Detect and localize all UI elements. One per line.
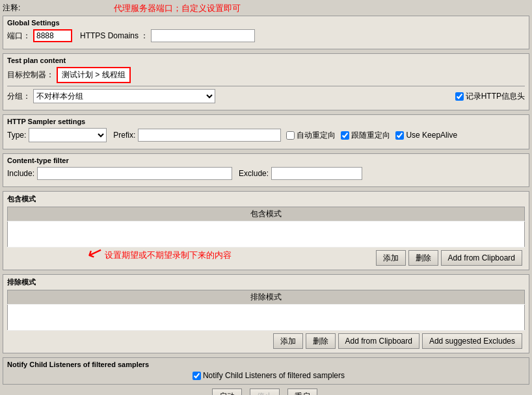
note-label: 注释: [3,3,20,14]
include-pattern-header: 包含模式 [8,207,525,222]
follow-redirect-checkbox[interactable] [341,131,349,140]
https-domains-input[interactable] [151,29,255,42]
exclude-clipboard-button[interactable]: Add from Clipboard [338,333,419,349]
include-pattern-section: 包含模式 包含模式 添加 删除 Add from Clipboard [3,191,529,270]
start-button[interactable]: 启动 [212,389,242,395]
global-settings-section: Global Settings 端口： HTTPS Domains ： [3,16,529,49]
content-filter-title: Content-type filter [7,157,525,164]
type-label: Type: [7,131,26,140]
auto-redirect-label[interactable]: 自动重定向 [286,130,336,141]
reset-button[interactable]: 重启 [287,389,317,395]
http-sampler-title: HTTP Sampler settings [7,118,525,125]
target-label: 目标控制器： [7,70,54,81]
http-sampler-section: HTTP Sampler settings Type: Prefix: 自动重定… [3,114,529,149]
target-value: 测试计划 > 线程组 [57,67,131,83]
notify-section: Notify Child Listeners of filtered sampl… [3,357,529,385]
proxy-annotation: 代理服务器端口；自定义设置即可 [114,3,241,14]
include-delete-button[interactable]: 删除 [408,250,438,266]
include-pattern-table: 包含模式 [7,207,525,248]
exclude-add-button[interactable]: 添加 [273,333,303,349]
notify-checkbox-label[interactable]: Notify Child Listeners of filtered sampl… [193,371,345,380]
follow-redirect-label[interactable]: 跟随重定向 [341,130,390,141]
port-label: 端口： [7,31,31,42]
stop-button[interactable]: 停止 [250,389,280,395]
global-settings-title: Global Settings [7,19,525,27]
content-filter-section: Content-type filter Include: Exclude: [3,153,529,187]
record-checkbox-label[interactable]: 记录HTTP信息头 [455,91,525,102]
https-label: HTTPS Domains ： [80,31,148,42]
exclude-pattern-row [8,305,525,331]
bottom-buttons: 启动 停止 重启 [3,389,529,395]
include-clipboard-button[interactable]: Add from Clipboard [441,250,522,266]
type-select[interactable] [29,128,107,142]
record-checkbox[interactable] [455,92,464,101]
notify-checkbox[interactable] [193,372,201,380]
group-select[interactable]: 不对样本分组 在各组间添加隔离器 每个组放入一个控制器 只存储第一个样本 [33,89,215,103]
notify-title: Notify Child Listeners of filtered sampl… [7,361,525,368]
test-plan-title: Test plan content [7,57,525,64]
exclude-pattern-title: 排除模式 [7,277,525,287]
exclude-suggested-button[interactable]: Add suggested Excludes [422,333,522,349]
test-plan-section: Test plan content 目标控制器： 测试计划 > 线程组 分组： … [3,53,529,110]
exclude-pattern-table: 排除模式 [7,290,525,331]
exclude-delete-button[interactable]: 删除 [306,333,336,349]
prefix-input[interactable] [138,129,281,142]
include-pattern-wrapper: 包含模式 包含模式 添加 删除 Add from Clipboard ↙ 设置期… [3,191,529,270]
include-label: Include: [7,169,34,178]
auto-redirect-checkbox[interactable] [286,131,295,140]
prefix-label: Prefix: [113,131,135,140]
include-pattern-title: 包含模式 [7,194,525,204]
port-input[interactable] [33,29,72,42]
include-add-button[interactable]: 添加 [376,250,406,266]
exclude-pattern-section: 排除模式 排除模式 添加 删除 Add from Clipboard Add s… [3,274,529,353]
keepalive-label[interactable]: Use KeepAlive [395,131,457,140]
exclude-pattern-header: 排除模式 [8,290,525,305]
keepalive-checkbox[interactable] [395,131,404,140]
include-pattern-row [8,222,525,248]
exclude-label: Exclude: [239,169,269,178]
exclude-input[interactable] [271,167,362,180]
notify-checkbox-text: Notify Child Listeners of filtered sampl… [203,371,345,380]
group-label: 分组： [7,91,31,102]
include-input[interactable] [37,167,232,180]
